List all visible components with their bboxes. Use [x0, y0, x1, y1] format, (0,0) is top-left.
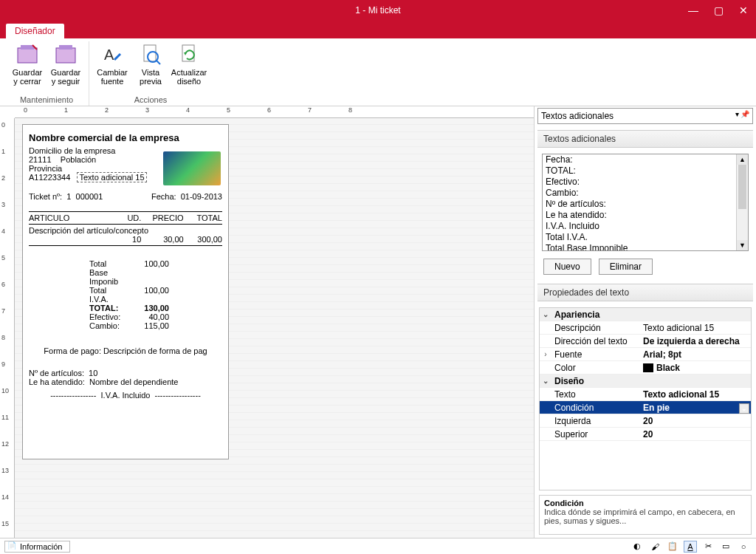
status-scissors-icon[interactable]: ✂	[701, 541, 715, 553]
prop-font-value[interactable]: Arial; 8pt	[640, 349, 751, 360]
scroll-down-icon[interactable]: ▼	[737, 240, 748, 250]
status-chart-icon[interactable]: ◐	[630, 541, 644, 553]
cash-label: Efectivo:	[29, 312, 125, 321]
status-clipboard-icon[interactable]: 📋	[666, 541, 679, 553]
expand-icon[interactable]: ›	[540, 350, 551, 358]
city: Población	[61, 155, 96, 164]
svg-rect-3	[56, 48, 75, 63]
prop-condition-value[interactable]: En pie⌄	[640, 403, 751, 413]
list-item[interactable]: Fecha:	[543, 154, 748, 165]
prop-direction-value[interactable]: De izquierda a derecha	[640, 336, 751, 346]
pin-icon[interactable]: 📌	[740, 110, 749, 118]
total-base-value: 100,00	[125, 259, 169, 286]
font-icon: A	[100, 43, 124, 66]
ticket-page[interactable]: Nombre comercial de la empresa Domicilio…	[22, 124, 229, 459]
change-font-button[interactable]: A Cambiar fuente	[94, 41, 131, 95]
canvas-viewport[interactable]: Nombre comercial de la empresa Domicilio…	[15, 118, 534, 538]
statusbar-icons: ◐ 🖌 📋 A ✂ ▭ ○	[630, 541, 756, 553]
prop-text-value[interactable]: Texto adicional 15	[640, 389, 751, 400]
postal-code: 21111	[29, 155, 52, 164]
save-and-close-button[interactable]: Guardar y cerrar	[9, 41, 46, 95]
total-iva-label: Total I.V.A.	[29, 286, 125, 304]
status-font-icon[interactable]: A	[684, 541, 697, 553]
date-value: 01-09-2013	[181, 192, 222, 201]
svg-rect-4	[59, 45, 72, 49]
svg-text:A: A	[104, 47, 114, 63]
prop-left-label: Izquierda	[551, 416, 640, 426]
window-title: 1 - Mi ticket	[355, 5, 400, 16]
prop-direction-label: Dirección del texto	[551, 336, 640, 346]
status-rect-icon[interactable]: ▭	[719, 541, 732, 553]
line-description: Descripción del artículo/concepto	[29, 226, 222, 235]
change-value: 115,00	[125, 321, 169, 330]
n-articles-value: 10	[89, 369, 97, 377]
panel-selector-combo[interactable]: Textos adicionales ▾ 📌	[537, 108, 753, 124]
new-button[interactable]: Nuevo	[543, 259, 591, 275]
col-price: PRECIO	[143, 213, 184, 222]
total-label: TOTAL:	[29, 304, 125, 312]
preview-button[interactable]: Vista previa	[132, 41, 169, 95]
prop-condition-label: Condición	[551, 403, 640, 413]
product-image	[163, 151, 221, 185]
scrollbar-list[interactable]: ▲ ▼	[736, 154, 748, 250]
payment-form: Forma de pago: Descripción de forma de p…	[29, 346, 222, 355]
ribbon-label: Vista previa	[134, 68, 168, 86]
ticket-number-label: Ticket nº:	[29, 192, 62, 201]
tax-id: A11223344	[29, 173, 70, 182]
refresh-design-button[interactable]: Actualizar diseño	[171, 41, 207, 95]
list-item[interactable]: Le ha atendido:	[543, 210, 748, 221]
titlebar: 1 - Mi ticket — ▢ ✕	[0, 0, 756, 21]
list-item[interactable]: I.V.A. Incluido	[543, 221, 748, 232]
prop-top-label: Superior	[551, 429, 640, 440]
minimize-button[interactable]: —	[681, 0, 706, 21]
prop-font-label: Fuente	[551, 349, 640, 360]
close-button[interactable]: ✕	[731, 0, 756, 21]
list-item[interactable]: TOTAL:	[543, 165, 748, 177]
prop-description-value[interactable]: Texto adicional 15	[640, 323, 751, 333]
line-total: 300,00	[185, 235, 222, 244]
prop-top-value[interactable]: 20	[640, 429, 751, 440]
list-item[interactable]: Total Base Imponible	[543, 243, 748, 251]
svg-line-8	[157, 61, 160, 64]
maximize-button[interactable]: ▢	[706, 0, 731, 21]
properties-panel: Textos adicionales ▾ 📌 Textos adicionale…	[535, 106, 756, 538]
tab-designer[interactable]: Diseñador	[6, 24, 64, 38]
section-text-properties: Propiedades del texto	[537, 284, 753, 301]
tab-strip: Diseñador	[0, 21, 756, 38]
status-paint-icon[interactable]: 🖌	[648, 541, 662, 553]
delete-button[interactable]: Eliminar	[599, 259, 653, 275]
list-item[interactable]: Cambio:	[543, 188, 748, 199]
preview-icon	[139, 43, 162, 66]
ruler-horizontal: 012345678	[15, 106, 534, 118]
iva-included: I.V.A. Incluido	[101, 391, 151, 400]
expand-icon[interactable]: ⌄	[540, 377, 551, 385]
expand-icon[interactable]: ⌄	[540, 310, 551, 318]
dropdown-icon[interactable]: ⌄	[739, 403, 749, 414]
prop-left-value[interactable]: 20	[640, 416, 751, 426]
scroll-up-icon[interactable]: ▲	[737, 154, 748, 165]
list-item[interactable]: Nº de artículos:	[543, 199, 748, 210]
prop-color-label: Color	[551, 363, 640, 373]
save-continue-icon	[54, 43, 78, 66]
property-grid[interactable]: ⌄Apariencia DescripciónTexto adicional 1…	[539, 307, 752, 490]
ribbon: Guardar y cerrar Guardar y seguir Manten…	[0, 38, 756, 106]
prop-color-value[interactable]: Black	[640, 363, 751, 373]
save-and-continue-button[interactable]: Guardar y seguir	[47, 41, 84, 95]
list-item[interactable]: Total I.V.A.	[543, 232, 748, 243]
color-chip	[643, 363, 653, 372]
additional-texts-list[interactable]: Fecha:TOTAL:Efectivo:Cambio:Nº de artícu…	[542, 154, 749, 251]
window-controls: — ▢ ✕	[681, 0, 756, 21]
list-item[interactable]: Efectivo:	[543, 177, 748, 188]
line-units: 10	[111, 235, 141, 244]
extra-text-15-field[interactable]: Texto adicional 15	[77, 172, 146, 182]
change-label: Cambio:	[29, 321, 125, 330]
prop-category-appearance: Apariencia	[551, 310, 640, 320]
ticket-seq: 1	[66, 192, 71, 201]
ribbon-group-label: Acciones	[94, 95, 207, 106]
ruler-vertical: 0123456789101112131415	[0, 118, 15, 538]
save-close-icon	[16, 43, 39, 66]
svg-rect-1	[21, 45, 34, 49]
info-button[interactable]: Información	[4, 541, 70, 553]
refresh-icon	[177, 43, 201, 66]
status-circle-icon[interactable]: ○	[737, 541, 750, 553]
